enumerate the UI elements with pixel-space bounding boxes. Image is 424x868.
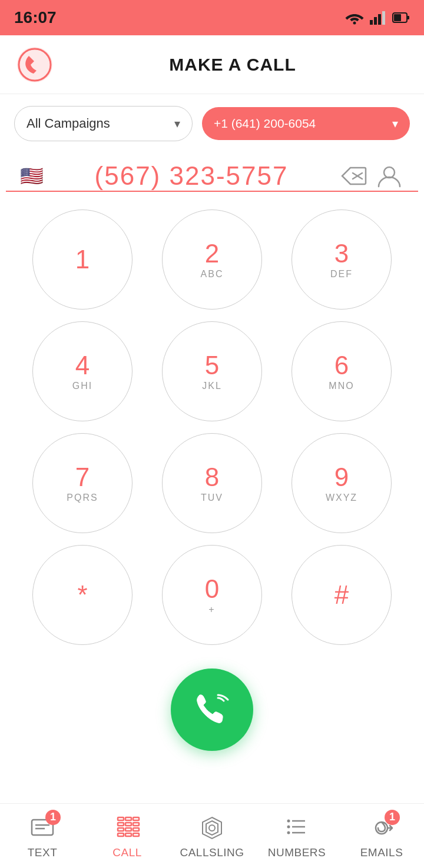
nav-item-callsling[interactable]: CALLSLING — [177, 813, 247, 859]
dial-key-letters-2: ABC — [201, 269, 224, 280]
country-flag: 🇺🇸 — [20, 165, 44, 187]
phone-number-dropdown[interactable]: +1 (641) 200-6054 ▾ — [202, 107, 410, 140]
svg-point-0 — [353, 22, 356, 25]
svg-rect-20 — [133, 817, 139, 820]
dialpad: 12ABC3DEF4GHI5JKL6MNO7PQRS8TUV9WXYZ*0+# — [0, 192, 424, 657]
campaign-dropdown[interactable]: All Campaigns ▾ — [14, 106, 193, 141]
svg-rect-14 — [118, 817, 124, 820]
dial-key-num-7: 7 — [75, 463, 90, 491]
contact-button[interactable] — [375, 161, 404, 191]
dial-key-letters-5: JKL — [202, 381, 222, 391]
signal-icon — [370, 11, 386, 25]
dial-key-5[interactable]: 5JKL — [162, 321, 262, 421]
nav-item-numbers[interactable]: NUMBERS — [261, 813, 332, 859]
svg-rect-3 — [378, 14, 381, 25]
campaign-chevron-icon: ▾ — [174, 117, 180, 131]
dial-key-#[interactable]: # — [292, 545, 392, 645]
phone-select-label: +1 (641) 200-6054 — [214, 117, 316, 131]
dial-key-letters-4: GHI — [72, 381, 92, 391]
header: MAKE A CALL — [0, 35, 424, 94]
dial-key-8[interactable]: 8TUV — [162, 433, 262, 533]
svg-rect-15 — [118, 823, 124, 826]
svg-rect-2 — [374, 17, 377, 25]
nav-item-emails[interactable]: 1 EMAILS — [346, 813, 417, 859]
status-icons — [345, 11, 410, 25]
dial-key-num-3: 3 — [334, 240, 349, 268]
dial-key-num-9: 9 — [334, 463, 349, 491]
dial-key-2[interactable]: 2ABC — [162, 209, 262, 310]
nav-label-emails: EMAILS — [360, 846, 403, 859]
dial-key-letters-7: PQRS — [67, 493, 98, 503]
svg-point-34 — [287, 831, 290, 834]
app-logo — [14, 44, 55, 85]
nav-label-numbers: NUMBERS — [268, 846, 326, 859]
dial-key-num-#: # — [334, 581, 349, 609]
nav-label-callsling: CALLSLING — [180, 846, 244, 859]
dial-key-num-2: 2 — [205, 240, 219, 268]
svg-rect-25 — [133, 833, 139, 836]
dial-key-num-1: 1 — [75, 245, 90, 274]
callsling-icon-wrap — [197, 813, 227, 843]
svg-rect-18 — [125, 823, 131, 826]
svg-rect-6 — [407, 16, 409, 19]
svg-point-32 — [287, 819, 290, 822]
svg-rect-21 — [133, 823, 139, 826]
svg-point-10 — [384, 167, 395, 178]
svg-rect-24 — [125, 833, 131, 836]
dial-key-letters-3: DEF — [330, 269, 353, 280]
status-bar: 16:07 — [0, 0, 424, 35]
dial-key-num-5: 5 — [205, 351, 219, 380]
dial-input-row: 🇺🇸 (567) 323-5757 — [6, 153, 418, 192]
nav-label-call: CALL — [112, 846, 142, 859]
svg-rect-19 — [125, 828, 131, 831]
dial-key-letters-0: + — [208, 604, 215, 615]
dial-key-3[interactable]: 3DEF — [292, 209, 392, 310]
dial-key-1[interactable]: 1 — [32, 209, 132, 310]
phone-chevron-icon: ▾ — [392, 117, 398, 131]
dial-key-letters-6: MNO — [329, 381, 354, 391]
dial-key-*[interactable]: * — [32, 545, 132, 645]
dial-key-num-4: 4 — [75, 351, 90, 380]
svg-rect-4 — [382, 11, 385, 25]
emails-badge: 1 — [385, 810, 400, 825]
svg-rect-22 — [133, 828, 139, 831]
dial-key-num-8: 8 — [205, 463, 219, 491]
dial-key-num-6: 6 — [334, 351, 349, 380]
svg-marker-27 — [206, 821, 218, 835]
svg-rect-17 — [125, 817, 131, 820]
page-title: MAKE A CALL — [55, 55, 410, 75]
dial-key-6[interactable]: 6MNO — [292, 321, 392, 421]
svg-point-33 — [287, 825, 290, 828]
dial-key-letters-9: WXYZ — [326, 493, 357, 503]
controls-row: All Campaigns ▾ +1 (641) 200-6054 ▾ — [0, 94, 424, 153]
campaign-select-label: All Campaigns — [26, 116, 110, 131]
dial-key-letters-8: TUV — [201, 493, 223, 503]
dial-key-num-*: * — [77, 581, 87, 609]
dial-key-0[interactable]: 0+ — [162, 545, 262, 645]
call-icon-wrap — [112, 813, 142, 843]
svg-rect-1 — [370, 20, 373, 25]
svg-point-28 — [209, 825, 215, 831]
nav-label-text: TEXT — [28, 846, 58, 859]
bottom-nav: 1 TEXT CALL — [0, 803, 424, 868]
battery-icon — [392, 11, 410, 25]
text-badge: 1 — [45, 810, 61, 825]
call-button[interactable] — [171, 669, 253, 751]
dial-key-4[interactable]: 4GHI — [32, 321, 132, 421]
dial-key-num-0: 0 — [205, 575, 219, 603]
backspace-button[interactable] — [339, 161, 369, 191]
nav-item-text[interactable]: 1 TEXT — [7, 813, 78, 859]
numbers-icon-wrap — [282, 813, 312, 843]
svg-rect-7 — [394, 14, 401, 21]
dial-number-display: (567) 323-5757 — [49, 161, 333, 191]
dial-key-7[interactable]: 7PQRS — [32, 433, 132, 533]
nav-item-call[interactable]: CALL — [92, 813, 163, 859]
dial-key-9[interactable]: 9WXYZ — [292, 433, 392, 533]
text-icon-wrap: 1 — [28, 813, 57, 843]
status-time: 16:07 — [14, 8, 57, 27]
call-button-wrap — [0, 657, 424, 763]
svg-rect-16 — [118, 828, 124, 831]
wifi-icon — [345, 11, 364, 25]
emails-icon-wrap: 1 — [367, 813, 396, 843]
svg-rect-23 — [118, 833, 124, 836]
